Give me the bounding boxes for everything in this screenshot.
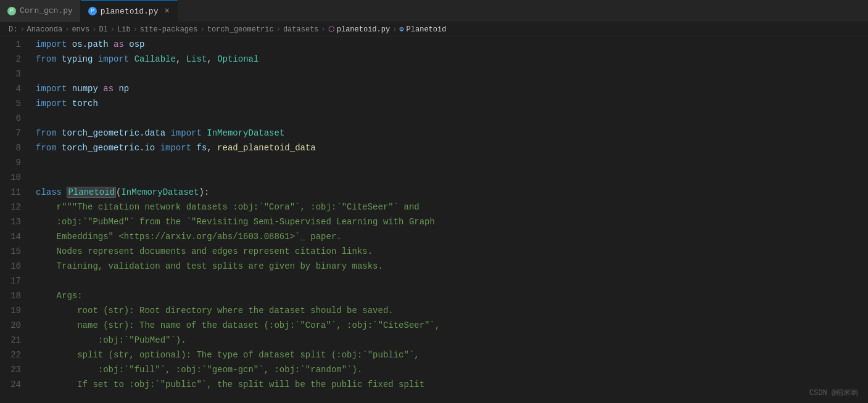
ln-4: 4 <box>0 81 21 96</box>
breadcrumb-envs: envs <box>72 25 89 34</box>
code-line-13: :obj:`"PubMed"` from the `"Revisiting Se… <box>36 214 868 229</box>
tab-icon-corn: P <box>7 7 16 15</box>
code-line-10 <box>36 170 868 185</box>
code-line-18: Args: <box>36 288 868 303</box>
ln-10: 10 <box>0 170 21 185</box>
watermark: CSDN @稻米哟 <box>809 388 858 398</box>
code-line-12: r"""The citation network datasets :obj:`… <box>36 200 868 214</box>
ln-2: 2 <box>0 52 21 67</box>
ln-17: 17 <box>0 274 21 288</box>
sep1: › <box>20 25 24 34</box>
sep3: › <box>92 25 96 34</box>
ln-7: 7 <box>0 126 21 140</box>
code-line-5: import torch <box>36 96 868 111</box>
tab-planetoid[interactable]: P planetoid.py × <box>81 0 178 22</box>
breadcrumb-class-icon: ⚙ <box>399 25 403 34</box>
code-line-3 <box>36 67 868 81</box>
code-line-22: split (str, optional): The type of datas… <box>36 348 868 362</box>
ln-23: 23 <box>0 362 21 377</box>
editor: 1 2 3 4 5 6 7 8 9 10 11 12 13 14 15 16 1… <box>0 37 868 403</box>
ln-15: 15 <box>0 244 21 259</box>
tab-icon-planetoid: P <box>88 7 97 15</box>
code-line-24: If set to :obj:`"public"`, the split wil… <box>36 377 868 392</box>
breadcrumb-torch-geometric: torch_geometric <box>207 25 274 34</box>
ln-3: 3 <box>0 67 21 81</box>
breadcrumb-file-icon: ⬡ <box>328 25 334 34</box>
ln-9: 9 <box>0 155 21 170</box>
code-line-14: Embeddings" <https://arxiv.org/abs/1603.… <box>36 229 868 244</box>
ln-21: 21 <box>0 333 21 348</box>
sep2: › <box>65 25 69 34</box>
tab-close-planetoid[interactable]: × <box>164 7 169 15</box>
tab-label-corn: Corn_gcn.py <box>20 6 73 15</box>
code-line-4: import numpy as np <box>36 81 868 96</box>
breadcrumb-datasets: datasets <box>283 25 319 34</box>
code-line-20: name (str): The name of the dataset (:ob… <box>36 318 868 333</box>
tab-label-planetoid: planetoid.py <box>101 7 159 16</box>
sep5: › <box>133 25 138 34</box>
code-line-9 <box>36 155 868 170</box>
code-line-2: from typing import Callable, List, Optio… <box>36 52 868 67</box>
breadcrumb-anaconda: Anaconda <box>27 25 63 34</box>
line-numbers: 1 2 3 4 5 6 7 8 9 10 11 12 13 14 15 16 1… <box>0 37 31 403</box>
breadcrumb-lib: Lib <box>117 25 131 34</box>
ln-8: 8 <box>0 140 21 155</box>
code-line-23: :obj:`"full"`, :obj:`"geom-gcn"`, :obj:`… <box>36 362 868 377</box>
code-line-17 <box>36 274 868 288</box>
sep8: › <box>321 25 326 34</box>
ln-11: 11 <box>0 185 21 200</box>
code-line-21: :obj:`"PubMed"`). <box>36 333 868 348</box>
sep7: › <box>276 25 281 34</box>
code-line-7: from torch_geometric.data import InMemor… <box>36 126 868 140</box>
code-line-8: from torch_geometric.io import fs, read_… <box>36 140 868 155</box>
ln-16: 16 <box>0 259 21 274</box>
ln-13: 13 <box>0 214 21 229</box>
tab-corn-gcn[interactable]: P Corn_gcn.py <box>0 0 81 22</box>
breadcrumb-d: D: <box>9 25 17 34</box>
sep6: › <box>200 25 204 34</box>
code-line-19: root (str): Root directory where the dat… <box>36 303 868 318</box>
ln-18: 18 <box>0 288 21 303</box>
code-line-1: import os.path as osp <box>36 37 868 52</box>
ln-1: 1 <box>0 37 21 52</box>
breadcrumb-dl: Dl <box>99 25 107 34</box>
ln-19: 19 <box>0 303 21 318</box>
code-line-11: class Planetoid(InMemoryDataset): <box>36 185 868 200</box>
breadcrumb-file: planetoid.py <box>337 25 390 34</box>
code-line-15: Nodes represent documents and edges repr… <box>36 244 868 259</box>
tab-bar: P Corn_gcn.py P planetoid.py × <box>0 0 868 22</box>
code-area: import os.path as osp from typing import… <box>31 37 868 403</box>
sep9: › <box>392 25 397 34</box>
breadcrumb: D: › Anaconda › envs › Dl › Lib › site-p… <box>0 22 868 37</box>
ln-20: 20 <box>0 318 21 333</box>
sep4: › <box>110 25 115 34</box>
breadcrumb-site-packages: site-packages <box>140 25 198 34</box>
ln-24: 24 <box>0 377 21 392</box>
ln-6: 6 <box>0 111 21 126</box>
breadcrumb-class: Planetoid <box>407 25 447 34</box>
ln-22: 22 <box>0 348 21 362</box>
code-line-16: Training, validation and test splits are… <box>36 259 868 274</box>
code-line-6 <box>36 111 868 126</box>
ln-5: 5 <box>0 96 21 111</box>
ln-14: 14 <box>0 229 21 244</box>
ln-12: 12 <box>0 200 21 214</box>
